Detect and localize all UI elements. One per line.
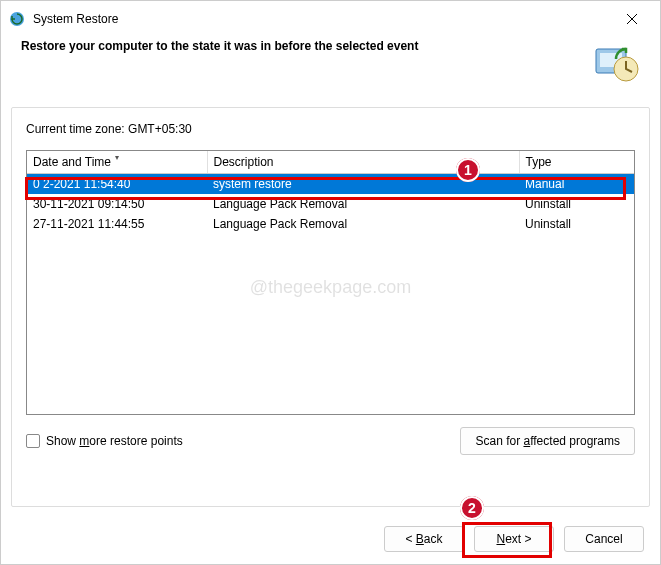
table-row-empty [27, 354, 634, 374]
wizard-footer: < Back Next > Cancel [384, 526, 644, 552]
table-row-empty [27, 334, 634, 354]
timezone-label: Current time zone: GMT+05:30 [26, 122, 635, 136]
table-header-row[interactable]: Date and Time ▾ Description Type [27, 151, 634, 174]
table-row-empty [27, 294, 634, 314]
table-row-empty [27, 234, 634, 254]
back-button[interactable]: < Back [384, 526, 464, 552]
table-cell: Uninstall [519, 194, 634, 214]
next-button[interactable]: Next > [474, 526, 554, 552]
cancel-button[interactable]: Cancel [564, 526, 644, 552]
col-description[interactable]: Description [207, 151, 519, 174]
wizard-header: Restore your computer to the state it wa… [1, 33, 660, 97]
table-cell: Manual [519, 174, 634, 195]
table-cell: Uninstall [519, 214, 634, 234]
col-date-label: Date and Time [33, 155, 111, 169]
table-row[interactable]: 0 2-2021 11:54:40system restoreManual [27, 174, 634, 195]
show-more-label: Show more restore points [46, 434, 183, 448]
restore-big-icon [592, 39, 640, 87]
system-restore-icon [9, 11, 25, 27]
table-cell: Language Pack Removal [207, 214, 519, 234]
restore-points-table[interactable]: Date and Time ▾ Description Type 0 2-202… [26, 150, 635, 415]
close-button[interactable] [612, 5, 652, 33]
table-cell: Language Pack Removal [207, 194, 519, 214]
main-panel: Current time zone: GMT+05:30 Date and Ti… [11, 107, 650, 507]
table-row-empty [27, 414, 634, 415]
table-row[interactable]: 27-11-2021 11:44:55Language Pack Removal… [27, 214, 634, 234]
show-more-checkbox[interactable]: Show more restore points [26, 434, 183, 448]
window-title: System Restore [33, 12, 612, 26]
table-row[interactable]: 30-11-2021 09:14:50Language Pack Removal… [27, 194, 634, 214]
col-type[interactable]: Type [519, 151, 634, 174]
title-bar: System Restore [1, 1, 660, 33]
sort-indicator-icon: ▾ [115, 153, 119, 162]
col-date[interactable]: Date and Time ▾ [27, 151, 207, 174]
table-row-empty [27, 374, 634, 394]
page-heading: Restore your computer to the state it wa… [21, 39, 592, 53]
table-cell: 30-11-2021 09:14:50 [27, 194, 207, 214]
table-cell: system restore [207, 174, 519, 195]
table-row-empty [27, 394, 634, 414]
table-cell: 27-11-2021 11:44:55 [27, 214, 207, 234]
table-cell: 0 2-2021 11:54:40 [27, 174, 207, 195]
table-row-empty [27, 274, 634, 294]
table-row-empty [27, 314, 634, 334]
scan-affected-button[interactable]: Scan for affected programs [460, 427, 635, 455]
table-row-empty [27, 254, 634, 274]
checkbox-box[interactable] [26, 434, 40, 448]
